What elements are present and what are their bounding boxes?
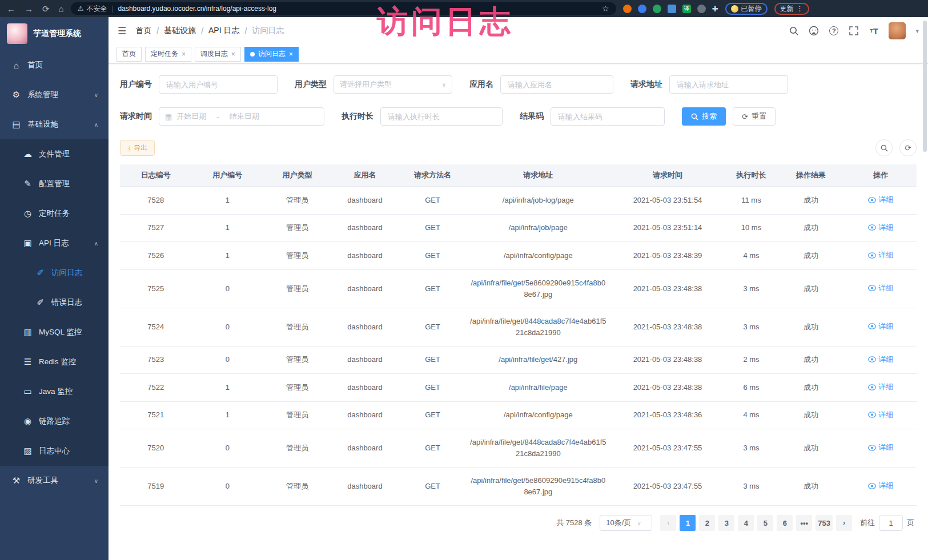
user-type-select[interactable]: 请选择用户类型 ∨ (334, 75, 452, 94)
browser-refresh-icon[interactable]: ⟳ (42, 5, 50, 13)
chevron-down-icon[interactable]: ▾ (915, 27, 919, 35)
extension-icon[interactable] (697, 5, 706, 13)
sidebar-item-error-log[interactable]: ✐错误日志 (0, 288, 109, 317)
fullscreen-icon[interactable] (849, 26, 859, 36)
sidebar-item-access-log[interactable]: ✐访问日志 (0, 258, 109, 288)
sidebar-item-trace[interactable]: ◉链路追踪 (0, 406, 109, 436)
goto-page-input[interactable] (879, 515, 903, 531)
bookmark-star-icon[interactable]: ☆ (602, 4, 609, 13)
app-name-input[interactable] (500, 75, 613, 94)
sidebar-item-infrastructure[interactable]: ▤基础设施∧ (0, 110, 109, 139)
prev-page-button[interactable]: ‹ (660, 515, 676, 531)
search-button[interactable]: 搜索 (682, 107, 726, 126)
sidebar-item-scheduled-tasks[interactable]: ◷定时任务 (0, 199, 109, 228)
sidebar-item-home[interactable]: ⌂首页 (0, 50, 109, 80)
page-button-5[interactable]: 5 (757, 515, 773, 531)
translate-extension-icon[interactable]: 译 (682, 5, 691, 13)
breadcrumb-infrastructure[interactable]: 基础设施 (164, 26, 196, 36)
page-button-4[interactable]: 4 (738, 515, 754, 531)
puzzle-extension-icon[interactable]: ✚ (712, 5, 718, 13)
window-scrollbar[interactable] (923, 21, 927, 557)
cell-user_type: 管理员 (263, 468, 331, 506)
page-ellipsis[interactable]: ••• (796, 515, 812, 531)
page-size-select[interactable]: 10条/页 ∨ (600, 515, 652, 531)
extension-icon[interactable] (623, 5, 632, 13)
request-time-range-picker[interactable]: ▦ 开始日期 - 结束日期 (159, 107, 324, 126)
goto-label: 前往 (860, 518, 875, 528)
detail-link[interactable]: 详细 (868, 354, 893, 365)
tab-定时任务[interactable]: 定时任务× (145, 47, 191, 62)
sidebar-item-system-management[interactable]: ⚙系统管理∨ (0, 80, 109, 110)
github-icon[interactable] (809, 26, 819, 36)
cell-id: 7525 (120, 269, 192, 308)
extension-icon[interactable] (653, 5, 661, 13)
page-button-753[interactable]: 753 (815, 515, 833, 531)
request-url-input[interactable] (669, 75, 788, 94)
page-button-1[interactable]: 1 (680, 515, 696, 531)
gear-icon: ⚙ (10, 90, 22, 100)
user-id-label: 用户编号 (120, 79, 152, 90)
close-icon[interactable]: × (182, 50, 186, 58)
cell-action: 详细 (845, 242, 917, 270)
result-code-input[interactable] (551, 107, 665, 126)
stack-icon: ☰ (22, 357, 34, 367)
help-icon[interactable]: ? (829, 26, 839, 36)
sidebar-item-dev-tools[interactable]: ⚒研发工具∨ (0, 466, 109, 495)
extension-icon[interactable] (638, 5, 646, 13)
export-button[interactable]: ↓ 导出 (120, 140, 155, 156)
detail-link[interactable]: 详细 (868, 480, 893, 491)
duration-input[interactable] (380, 107, 503, 126)
detail-link[interactable]: 详细 (868, 321, 893, 332)
detail-link[interactable]: 详细 (868, 194, 893, 206)
refresh-table-button[interactable]: ⟳ (899, 139, 917, 156)
detail-link[interactable]: 详细 (868, 283, 893, 294)
eye-icon (868, 252, 876, 259)
browser-home-icon[interactable]: ⌂ (59, 5, 64, 13)
toggle-search-button[interactable] (875, 139, 893, 156)
filter-row-2: 请求时间 ▦ 开始日期 - 结束日期 执行时长 结果码 (120, 107, 917, 126)
breadcrumb-api-log[interactable]: API 日志 (208, 26, 239, 36)
close-icon[interactable]: × (289, 50, 293, 58)
extension-icon[interactable] (668, 5, 676, 13)
browser-forward-icon[interactable]: → (25, 5, 33, 13)
tab-调度日志[interactable]: 调度日志× (195, 47, 241, 62)
hamburger-icon[interactable]: ☰ (118, 25, 126, 37)
sidebar-item-java-monitor[interactable]: ▭Java 监控 (0, 377, 109, 406)
detail-link[interactable]: 详细 (868, 442, 893, 453)
log-square-icon: ▣ (22, 238, 34, 248)
kebab-menu-icon[interactable]: ⋮ (797, 5, 804, 13)
page-button-2[interactable]: 2 (699, 515, 715, 531)
page-button-3[interactable]: 3 (718, 515, 734, 531)
paused-extension-badge[interactable]: 已暂停 (725, 3, 768, 15)
cell-duration: 2 ms (725, 346, 777, 374)
detail-link[interactable]: 详细 (868, 222, 893, 233)
close-icon[interactable]: × (231, 50, 235, 58)
user-id-input[interactable] (159, 75, 278, 94)
next-page-button[interactable]: › (836, 515, 852, 531)
sidebar-item-mysql-monitor[interactable]: ▥MySQL 监控 (0, 317, 109, 347)
font-size-icon[interactable]: TT (869, 26, 879, 36)
address-bar[interactable]: ⚠ 不安全 | dashboard.yudao.iocoder.cn/infra… (71, 2, 616, 15)
reset-button[interactable]: ⟳ 重置 (733, 107, 776, 126)
detail-link[interactable]: 详细 (868, 249, 893, 261)
page-button-6[interactable]: 6 (777, 515, 793, 531)
cell-action: 详细 (845, 429, 917, 468)
tab-首页[interactable]: 首页 (116, 47, 142, 62)
sidebar-item-log-center[interactable]: ▨日志中心 (0, 436, 109, 466)
cell-user_type: 管理员 (263, 242, 331, 270)
scrollbar-thumb[interactable] (923, 21, 927, 152)
search-icon[interactable] (789, 26, 799, 36)
user-avatar[interactable] (889, 22, 906, 39)
detail-link[interactable]: 详细 (868, 381, 893, 393)
security-warning[interactable]: ⚠ 不安全 (78, 4, 107, 14)
breadcrumb-home[interactable]: 首页 (135, 26, 151, 36)
sidebar-item-file-management[interactable]: ☁文件管理 (0, 139, 109, 169)
sidebar-item-config-management[interactable]: ✎配置管理 (0, 169, 109, 199)
detail-label: 详细 (878, 249, 893, 261)
detail-link[interactable]: 详细 (868, 409, 893, 421)
browser-update-button[interactable]: 更新 ⋮ (774, 3, 809, 15)
browser-back-icon[interactable]: ← (7, 5, 15, 13)
sidebar-item-api-log[interactable]: ▣API 日志∧ (0, 228, 109, 258)
tab-访问日志[interactable]: 访问日志× (244, 47, 299, 62)
sidebar-item-redis-monitor[interactable]: ☰Redis 监控 (0, 347, 109, 377)
